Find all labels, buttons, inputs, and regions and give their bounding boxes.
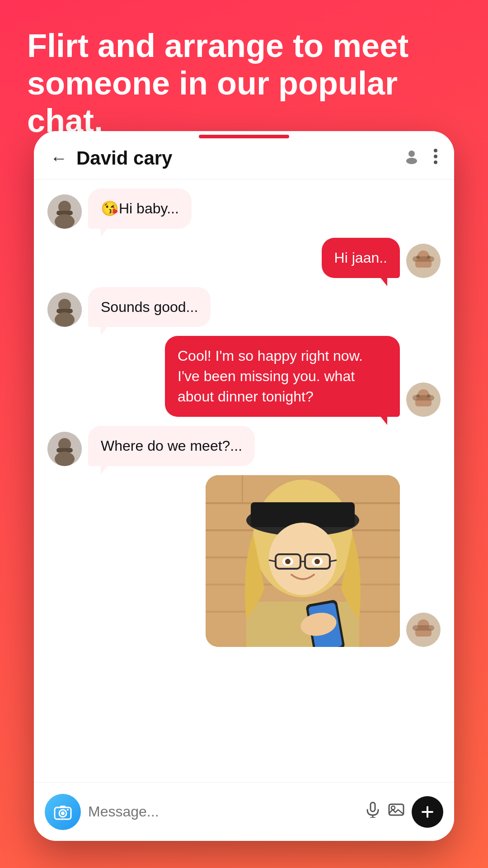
svg-point-2 <box>434 149 437 152</box>
svg-point-1 <box>406 158 417 164</box>
message-bubble: Hi jaan.. <box>322 238 400 278</box>
avatar <box>47 432 82 466</box>
svg-point-0 <box>408 151 415 157</box>
svg-point-48 <box>269 523 337 595</box>
messages-list: 😘Hi baby... Hi jaan.. <box>34 179 454 785</box>
svg-point-23 <box>416 394 420 398</box>
svg-rect-65 <box>371 802 375 811</box>
avatar <box>47 292 82 327</box>
back-button[interactable]: ← <box>50 149 67 168</box>
chat-header: ← David cary <box>34 137 454 179</box>
phone-mockup: ← David cary <box>34 131 454 841</box>
svg-point-24 <box>427 394 431 398</box>
svg-point-14 <box>427 255 431 259</box>
avatar <box>406 244 441 278</box>
svg-point-8 <box>55 214 75 229</box>
message-row <box>47 475 441 647</box>
image-icon[interactable] <box>388 802 404 822</box>
message-bubble: Where do we meet?... <box>88 426 255 466</box>
svg-rect-32 <box>413 625 434 631</box>
avatar <box>406 382 441 417</box>
svg-rect-12 <box>413 256 434 262</box>
svg-point-13 <box>416 255 420 259</box>
notch-indicator <box>199 135 289 138</box>
phone-notch <box>34 131 454 137</box>
svg-point-55 <box>285 559 291 564</box>
avatar <box>406 613 441 647</box>
svg-point-57 <box>314 559 320 564</box>
svg-rect-22 <box>413 395 434 401</box>
more-options-icon[interactable] <box>433 148 438 169</box>
message-bubble: 😘Hi baby... <box>88 189 192 229</box>
svg-rect-68 <box>389 804 404 815</box>
svg-point-3 <box>434 155 437 158</box>
svg-point-63 <box>61 811 65 815</box>
add-button[interactable] <box>412 796 443 828</box>
profile-icon[interactable] <box>404 148 420 169</box>
message-bubble: Sounds good... <box>88 287 211 327</box>
message-row: Where do we meet?... <box>47 426 441 466</box>
svg-point-64 <box>67 809 69 811</box>
avatar <box>47 194 82 229</box>
input-bar <box>34 782 454 841</box>
contact-name: David cary <box>76 147 404 169</box>
mic-icon[interactable] <box>365 802 381 822</box>
message-row: Cool! I'm so happy right now. I've been … <box>47 336 441 416</box>
photo-image <box>206 475 400 647</box>
svg-point-4 <box>434 160 437 164</box>
svg-point-69 <box>391 806 395 810</box>
message-row: 😘Hi baby... <box>47 189 441 229</box>
svg-point-18 <box>55 312 75 327</box>
message-row: Hi jaan.. <box>47 238 441 278</box>
photo-message-bubble <box>206 475 400 647</box>
header-actions <box>404 148 438 169</box>
message-input[interactable] <box>88 794 357 830</box>
svg-point-28 <box>55 452 75 466</box>
message-bubble: Cool! I'm so happy right now. I've been … <box>165 336 400 416</box>
camera-button[interactable] <box>45 794 81 830</box>
message-row: Sounds good... <box>47 287 441 327</box>
svg-rect-40 <box>242 475 243 502</box>
page-headline: Flirt and arrange to meet someone in our… <box>27 27 461 139</box>
